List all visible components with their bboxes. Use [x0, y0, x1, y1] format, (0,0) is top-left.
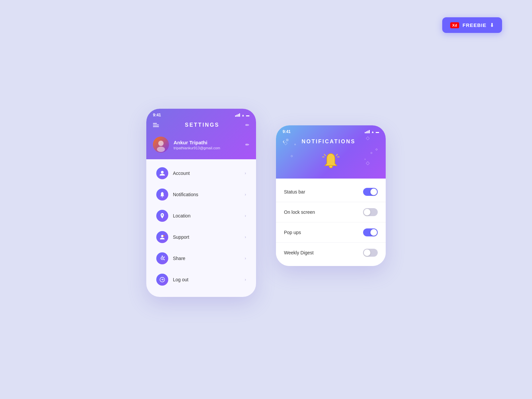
notif-time: 9:41	[283, 129, 291, 134]
menu-label-logout: Log out	[173, 277, 245, 282]
toggle-switch-pop-ups[interactable]	[363, 228, 378, 236]
notif-status-icons: ▲ ▬	[365, 130, 379, 134]
toggle-label-weekly-digest: Weekly Digest	[284, 250, 314, 255]
deco-dot-1	[294, 144, 296, 145]
menu-item-notifications[interactable]: Notifications ›	[149, 184, 253, 205]
toggle-label-lock-screen: On lock screen	[284, 209, 315, 215]
phones-container: 9:41 ▲ ▬	[146, 109, 386, 297]
svg-point-6	[162, 214, 163, 216]
toggle-item-weekly-digest: Weekly Digest	[276, 243, 386, 263]
svg-line-14	[164, 259, 164, 259]
notifications-icon	[156, 189, 168, 200]
signal-bars-icon	[235, 113, 240, 117]
menu-label-account: Account	[173, 171, 245, 176]
notif-wifi-icon: ▲	[371, 130, 374, 134]
notif-signal-bars-icon	[365, 130, 370, 133]
edit-icon: ✏	[245, 122, 249, 128]
settings-phone: 9:41 ▲ ▬	[146, 109, 256, 297]
svg-point-4	[162, 197, 163, 198]
logout-icon	[156, 274, 168, 286]
notifications-header: 9:41 ▲ ▬ ‹ NOTIFICATIONS	[276, 125, 386, 179]
menu-label-share: Share	[173, 256, 245, 261]
toggle-switch-lock-screen[interactable]	[363, 208, 378, 216]
location-icon	[156, 210, 168, 222]
menu-item-account[interactable]: Account ›	[149, 163, 253, 184]
download-icon: ⬇	[490, 22, 494, 28]
svg-point-17	[164, 259, 165, 260]
notif-title-bar: ‹ NOTIFICATIONS	[276, 135, 386, 148]
toggle-label-pop-ups: Pop ups	[284, 230, 301, 235]
toggle-knob-pop-ups	[370, 229, 377, 236]
menu-item-share[interactable]: Share ›	[149, 248, 253, 269]
svg-point-16	[164, 257, 165, 258]
toggle-knob-lock-screen	[364, 209, 370, 215]
toggle-label-status-bar: Status bar	[284, 189, 305, 195]
toggle-list: Status bar On lock screen Pop ups Weekly…	[276, 179, 386, 266]
svg-line-24	[336, 154, 337, 156]
share-icon	[156, 252, 168, 264]
toggle-item-lock-screen: On lock screen	[276, 202, 386, 222]
freebie-button[interactable]: Xd FREEBIE ⬇	[442, 17, 502, 33]
user-info: Ankur Tripathi tripathiankur913@gmail.co…	[174, 140, 220, 150]
menu-label-support: Support	[173, 234, 245, 240]
deco-dot-2	[364, 159, 366, 160]
battery-icon: ▬	[246, 113, 249, 117]
settings-page-title: SETTINGS	[185, 122, 219, 128]
user-email: tripathiankur913@gmail.com	[174, 146, 220, 150]
menu-item-support[interactable]: ! Support ›	[149, 226, 253, 248]
deco-diamond-4	[375, 148, 378, 151]
chevron-icon-notifications: ›	[245, 192, 246, 197]
svg-point-3	[161, 171, 164, 174]
settings-title-bar: SETTINGS ✏	[146, 119, 256, 133]
user-profile-bar: Ankur Tripathi tripathiankur913@gmail.co…	[146, 133, 256, 159]
chevron-icon-location: ›	[245, 213, 246, 218]
toggle-switch-weekly-digest[interactable]	[363, 249, 378, 257]
chevron-icon-support: ›	[245, 235, 246, 239]
settings-header: 9:41 ▲ ▬	[146, 109, 256, 159]
svg-line-13	[164, 257, 164, 258]
toggle-switch-status-bar[interactable]	[363, 188, 378, 196]
toggle-item-pop-ups: Pop ups	[276, 222, 386, 243]
menu-item-logout[interactable]: Log out ›	[149, 269, 253, 290]
status-icons: ▲ ▬	[235, 113, 249, 117]
menu-label-notifications: Notifications	[173, 192, 245, 197]
settings-status-bar: 9:41 ▲ ▬	[146, 109, 256, 119]
hamburger-menu-button[interactable]	[153, 122, 159, 128]
notifications-phone: 9:41 ▲ ▬ ‹ NOTIFICATIONS	[276, 125, 386, 266]
chevron-icon-logout: ›	[245, 277, 246, 282]
bell-container	[276, 151, 386, 171]
avatar	[153, 137, 169, 153]
notif-status-bar: 9:41 ▲ ▬	[276, 125, 386, 135]
svg-point-1	[158, 141, 164, 146]
menu-label-location: Location	[173, 213, 245, 218]
account-icon	[156, 167, 168, 179]
svg-point-21	[329, 165, 332, 168]
notifications-page-title: NOTIFICATIONS	[285, 139, 372, 145]
user-name: Ankur Tripathi	[174, 140, 220, 145]
settings-menu-list: Account › Notifications ›	[146, 159, 256, 297]
chevron-icon-account: ›	[245, 171, 246, 176]
chevron-icon-share: ›	[245, 256, 246, 261]
support-icon: !	[156, 231, 168, 243]
xd-badge: Xd	[450, 22, 459, 28]
freebie-label: FREEBIE	[463, 22, 486, 28]
svg-point-15	[162, 256, 163, 257]
toggle-item-status-bar: Status bar	[276, 182, 386, 202]
toggle-knob-status-bar	[370, 189, 377, 195]
menu-item-location[interactable]: Location ›	[149, 205, 253, 226]
svg-point-2	[157, 147, 165, 152]
svg-point-11	[162, 258, 163, 259]
profile-edit-button[interactable]: ✏	[245, 142, 249, 147]
toggle-knob-weekly-digest	[364, 249, 370, 256]
settings-time: 9:41	[153, 113, 161, 117]
notif-battery-icon: ▬	[376, 130, 379, 134]
svg-text:!: !	[164, 235, 164, 237]
wifi-icon: ▲	[241, 113, 245, 117]
bell-icon	[321, 151, 341, 171]
svg-point-7	[161, 235, 164, 237]
svg-line-22	[324, 154, 326, 156]
